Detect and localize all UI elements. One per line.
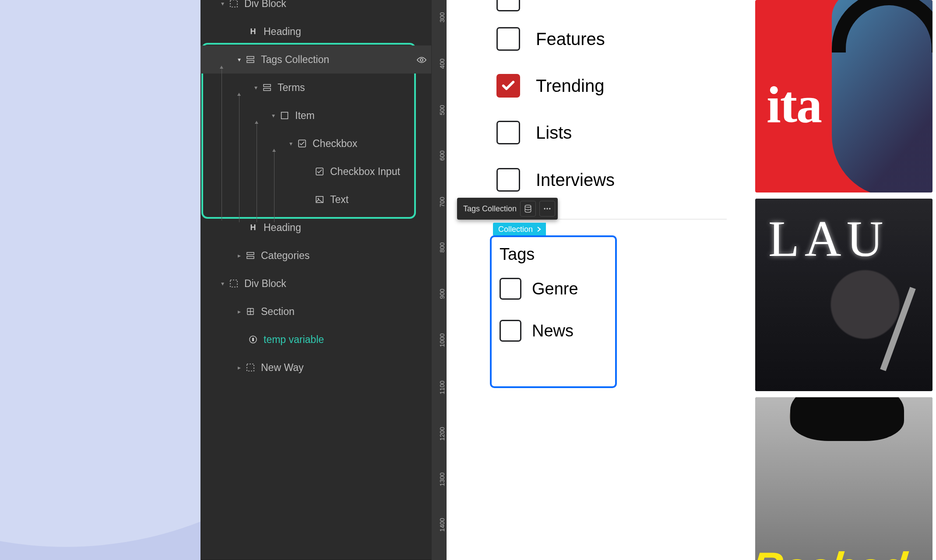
tree-item-tags-collection[interactable]: ▾ Tags Collection [201,46,431,74]
selection-toolbar: Tags Collection [457,198,558,220]
checkbox-interviews[interactable] [496,168,520,192]
svg-rect-4 [264,84,271,87]
collection-icon [279,110,290,121]
ruler-tick: 1000 [439,333,446,347]
heading-icon: H [248,222,258,233]
heading-icon: H [248,26,258,37]
thumb-logo: ita [767,75,821,135]
svg-rect-11 [247,252,254,255]
thumbnail-column: ita LAU Raahad [755,0,936,560]
filter-row-features: Features [496,27,605,51]
tree-label: Heading [264,222,301,234]
thumbnail-card[interactable]: ita [755,0,932,192]
checkbox-trending[interactable] [496,74,520,98]
tree-item-new-way[interactable]: ▸ New Way [201,354,431,382]
ruler-tick: 300 [439,12,446,22]
tree-item-section[interactable]: ▸ Section [201,298,431,326]
ruler-tick: 700 [439,197,446,207]
tree-item-div-block[interactable]: ▾ Div Block [201,270,431,298]
tree-item-item[interactable]: ▾ Item [201,102,431,130]
svg-rect-9 [316,196,323,203]
svg-point-10 [318,198,319,200]
filter-label: Genre [532,280,578,298]
section-icon [245,306,256,317]
collection-icon [245,54,256,65]
filter-label: News [532,322,574,340]
tree-label: Text [330,194,348,206]
checkbox-lists[interactable] [496,121,520,144]
svg-rect-1 [247,56,254,59]
filter-label: Features [536,29,605,49]
filter-row-lists: Lists [496,121,572,144]
tree-item-heading[interactable]: H Heading [201,18,431,46]
svg-rect-5 [264,88,271,91]
collection-icon [245,250,256,261]
checkbox-input-icon [314,166,325,177]
ruler-tick: 800 [439,242,446,252]
checkbox[interactable] [496,0,520,11]
database-icon[interactable] [520,201,536,217]
selected-collection-title: Tags [500,245,607,264]
chevron-right-icon [535,223,544,236]
thumb-title: Raahad [755,543,909,560]
image-icon [314,194,325,205]
svg-rect-13 [230,280,237,287]
tree-item-terms[interactable]: ▾ Terms [201,74,431,102]
thumbnail-card[interactable]: LAU [755,199,932,391]
collection-pill[interactable]: Collection [493,223,546,236]
filter-label: Trending [536,76,604,96]
tree-item-checkbox-input[interactable]: Checkbox Input [201,158,431,186]
tree-item-categories[interactable]: ▸ Categories [201,242,431,270]
checkbox-icon [297,138,307,149]
visibility-eye-icon[interactable] [416,55,426,64]
tree-label: Checkbox Input [330,166,400,178]
ruler-tick: 1200 [439,427,446,441]
checkbox-genre[interactable] [500,278,521,300]
box-icon [229,278,239,289]
collection-icon [262,82,272,93]
canvas: Features Trending Lists Interviews Tags … [447,0,936,560]
selected-collection-box[interactable]: Tags Genre News [490,235,617,388]
filter-row-news: News [500,320,607,342]
box-icon [229,0,239,9]
tree-label: New Way [261,362,304,374]
filter-row-genre: Genre [500,278,607,300]
tree-label: temp variable [264,334,324,346]
thumbnail-card[interactable]: Raahad [755,397,932,560]
ruler-tick: 900 [439,289,446,299]
ruler-tick: 1100 [439,381,446,394]
tree-label: Categories [261,250,310,262]
svg-point-3 [420,59,423,61]
filter-label: Lists [536,123,572,143]
tree-item-temp-variable[interactable]: temp variable [201,326,431,354]
svg-point-19 [546,208,548,209]
tree-item-heading[interactable]: H Heading [201,214,431,242]
tree-label: Div Block [244,0,286,10]
tree-item-checkbox[interactable]: ▾ Checkbox [201,130,431,158]
tree-label: Tags Collection [261,54,329,66]
filter-row-interviews: Interviews [496,168,615,192]
ruler: 300 400 500 600 700 800 900 1000 1100 12… [431,0,447,560]
variable-icon [248,334,258,345]
svg-rect-16 [247,364,254,371]
tree-label: Div Block [244,278,286,290]
more-icon[interactable] [539,201,555,217]
tree-label: Checkbox [313,138,357,150]
tree-item-div-block[interactable]: ▾ Div Block [201,0,431,18]
thumb-title: LAU [768,210,888,268]
checkbox-features[interactable] [496,27,520,51]
tree-item-text[interactable]: Text [201,186,431,214]
svg-point-20 [549,208,550,209]
tree-label: Item [295,110,315,122]
tree-label: Terms [278,82,305,94]
svg-point-18 [544,208,545,209]
svg-rect-15 [252,338,254,341]
svg-rect-0 [230,0,237,7]
svg-rect-2 [247,60,254,63]
selection-toolbar-label: Tags Collection [463,204,517,214]
ruler-tick: 400 [439,59,446,69]
ruler-tick: 1400 [439,518,446,532]
ruler-tick: 500 [439,105,446,115]
checkbox-news[interactable] [500,320,521,342]
navigator-panel: 300 400 500 600 700 800 900 1000 1100 12… [201,0,447,560]
